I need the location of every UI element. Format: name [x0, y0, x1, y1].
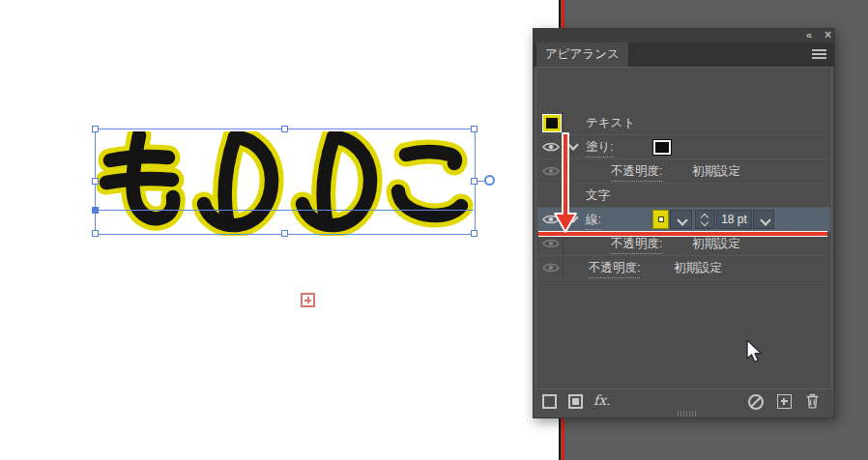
handle-middle-right[interactable] [471, 178, 477, 185]
appearance-list: テキスト 塗り: 不透明度: 初期設定 文字 [535, 67, 832, 389]
handle-bottom-center[interactable] [281, 230, 288, 237]
mouse-cursor [745, 339, 765, 365]
row-fill-opacity[interactable]: 不透明度: 初期設定 [537, 159, 830, 184]
clear-appearance-icon[interactable] [748, 394, 764, 410]
add-new-effect-icon[interactable]: fx. [593, 392, 611, 408]
panel-toolbar: fx. [534, 388, 834, 417]
panel-menu-icon[interactable] [812, 49, 826, 60]
text-port-handle[interactable] [484, 175, 495, 186]
stroke-color-dropdown[interactable] [670, 210, 692, 229]
stroke-weight-value[interactable]: 18 pt [716, 210, 752, 229]
add-new-fill-icon[interactable] [568, 394, 583, 409]
opacity-value: 初期設定 [674, 260, 722, 276]
annotation-red-underline [538, 231, 827, 237]
delete-item-icon[interactable] [805, 393, 820, 409]
collapse-panel-icon[interactable]: « [806, 29, 811, 42]
stroke-weight-stepper[interactable] [695, 210, 715, 229]
panel-titlebar: « × [534, 29, 834, 43]
row-fill[interactable]: 塗り: [537, 135, 830, 159]
opacity-label[interactable]: 不透明度: [611, 236, 662, 254]
illustrator-workspace: { "canvas": { "text": "もののこ", "chars": [… [0, 0, 868, 460]
opacity-label[interactable]: 不透明度: [611, 163, 662, 182]
panel-resize-grip[interactable] [678, 411, 697, 417]
opacity-label[interactable]: 不透明度: [589, 260, 640, 278]
visibility-eye-icon-dimmed[interactable] [542, 262, 560, 273]
handle-top-center[interactable] [281, 126, 288, 132]
row-label: テキスト [586, 115, 635, 131]
handle-top-right[interactable] [471, 126, 477, 132]
stroke-color-swatch-yellow[interactable] [652, 210, 669, 229]
row-text-object[interactable]: テキスト [537, 111, 830, 135]
appearance-panel: « × アピアランス テキスト 塗り: 不透明 [533, 28, 835, 418]
visibility-eye-icon-dimmed[interactable] [542, 238, 560, 249]
text-appearance-thumbnail [542, 114, 562, 132]
artboard-center-mark-icon [301, 293, 315, 307]
text-baseline [95, 210, 474, 211]
selection-bounding-box [95, 129, 476, 235]
handle-bottom-right[interactable] [471, 230, 477, 237]
opacity-value: 初期設定 [692, 163, 740, 180]
stroke-label[interactable]: 線: [586, 212, 601, 230]
handle-bottom-left[interactable] [92, 230, 99, 237]
tab-appearance[interactable]: アピアランス [536, 43, 628, 67]
handle-top-left[interactable] [92, 126, 99, 132]
characters-label: 文字 [586, 187, 610, 204]
close-panel-icon[interactable]: × [825, 29, 831, 42]
panel-tabbar: アピアランス [534, 43, 834, 67]
text-anchor-point[interactable] [92, 207, 99, 214]
row-characters[interactable]: 文字 [537, 184, 830, 208]
handle-middle-left[interactable] [92, 178, 99, 185]
annotation-red-arrow [552, 132, 581, 237]
fill-color-swatch-black[interactable] [652, 139, 672, 156]
stepper-down-icon[interactable] [702, 219, 709, 226]
duplicate-item-icon[interactable] [777, 394, 792, 409]
fill-label[interactable]: 塗り: [586, 139, 614, 158]
chevron-down-icon [678, 216, 685, 224]
row-object-opacity[interactable]: 不透明度: 初期設定 [537, 256, 830, 280]
opacity-value: 初期設定 [692, 236, 740, 252]
stroke-weight-dropdown[interactable] [753, 210, 774, 229]
row-stroke-selected[interactable]: 線: 18 pt [537, 208, 830, 232]
chevron-down-icon [761, 216, 768, 224]
add-new-stroke-icon[interactable] [542, 394, 557, 409]
